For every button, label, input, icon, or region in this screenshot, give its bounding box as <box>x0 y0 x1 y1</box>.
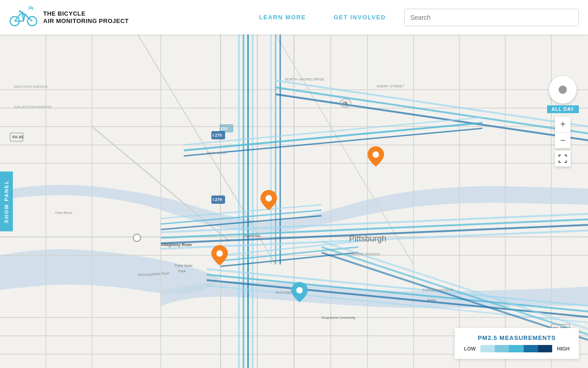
nav-learn-more[interactable]: LEARN MORE <box>259 14 306 21</box>
map-container: 275 <box>0 34 588 368</box>
logo-title-line1: THE BICYCLE <box>43 10 129 18</box>
svg-text:Pittsburgh: Pittsburgh <box>349 234 386 243</box>
fullscreen-button[interactable] <box>555 151 571 167</box>
fullscreen-icon <box>559 155 567 163</box>
svg-text:WESTERN AVENUE: WESTERN AVENUE <box>14 85 48 89</box>
gradient-seg-5 <box>538 345 552 352</box>
bicycle-logo-icon <box>9 5 38 30</box>
svg-text:Park: Park <box>178 269 186 273</box>
nav-get-involved[interactable]: GET INVOLVED <box>334 14 386 21</box>
gradient-seg-3 <box>509 345 523 352</box>
time-slider-knob <box>559 86 567 94</box>
svg-text:Allegheny River: Allegheny River <box>161 242 192 247</box>
gradient-seg-2 <box>495 345 509 352</box>
legend-label-low: LOW <box>464 346 476 351</box>
logo-area[interactable]: THE BICYCLE AIR MONITORING PROJECT <box>9 5 129 30</box>
svg-text:North Shore: North Shore <box>207 151 227 155</box>
svg-text:I 275: I 275 <box>213 133 222 138</box>
zoom-controls: + − <box>555 117 571 148</box>
map-controls: ALL DAY + − <box>547 76 579 167</box>
svg-text:GALVESTON AVENUE: GALVESTON AVENUE <box>14 105 51 109</box>
logo-text: THE BICYCLE AIR MONITORING PROJECT <box>43 10 129 25</box>
legend-gradient: LOW HIGH <box>464 345 570 352</box>
svg-point-99 <box>216 250 223 257</box>
svg-text:I 279: I 279 <box>213 197 222 202</box>
gradient-seg-1 <box>481 345 495 352</box>
svg-text:Point State: Point State <box>175 264 193 268</box>
svg-text:AVERY STREET: AVERY STREET <box>377 84 404 88</box>
svg-text:PA 65: PA 65 <box>12 135 23 139</box>
search-input[interactable] <box>404 9 579 26</box>
legend-title: PM2.5 MEASUREMENTS <box>464 334 570 341</box>
zoom-in-button[interactable]: + <box>555 117 571 132</box>
svg-text:Duquesne University: Duquesne University <box>322 316 356 320</box>
svg-text:Ohio River: Ohio River <box>55 211 73 215</box>
svg-text:FORBES AVENUE: FORBES AVENUE <box>423 288 453 292</box>
legend-label-high: HIGH <box>557 346 570 351</box>
zoom-out-button[interactable]: − <box>555 132 571 148</box>
svg-text:79: 79 <box>343 101 347 105</box>
logo-title-line2: AIR MONITORING PROJECT <box>43 17 129 24</box>
svg-point-96 <box>133 234 141 242</box>
svg-point-100 <box>296 287 303 293</box>
gradient-seg-4 <box>524 345 538 352</box>
svg-text:Soho: Soho <box>427 298 436 302</box>
svg-text:NORTH SHORE DRIVE: NORTH SHORE DRIVE <box>285 77 324 81</box>
svg-point-98 <box>266 195 272 201</box>
time-slider-control[interactable] <box>549 76 577 104</box>
all-day-label: ALL DAY <box>547 105 579 113</box>
svg-point-10 <box>28 8 29 9</box>
svg-text:CENTRE AVENUE: CENTRE AVENUE <box>349 252 380 256</box>
svg-text:Downtown: Downtown <box>243 234 260 238</box>
legend: PM2.5 MEASUREMENTS LOW HIGH <box>455 328 579 359</box>
header: THE BICYCLE AIR MONITORING PROJECT LEARN… <box>0 0 588 34</box>
show-panel-button[interactable]: SHOW PANEL <box>0 172 13 231</box>
map-svg: 275 <box>0 34 588 368</box>
svg-text:275: 275 <box>220 126 227 131</box>
svg-point-97 <box>373 151 379 158</box>
gradient-bar <box>481 345 553 352</box>
svg-line-8 <box>23 15 25 21</box>
nav-links: LEARN MORE GET INVOLVED <box>259 14 386 21</box>
